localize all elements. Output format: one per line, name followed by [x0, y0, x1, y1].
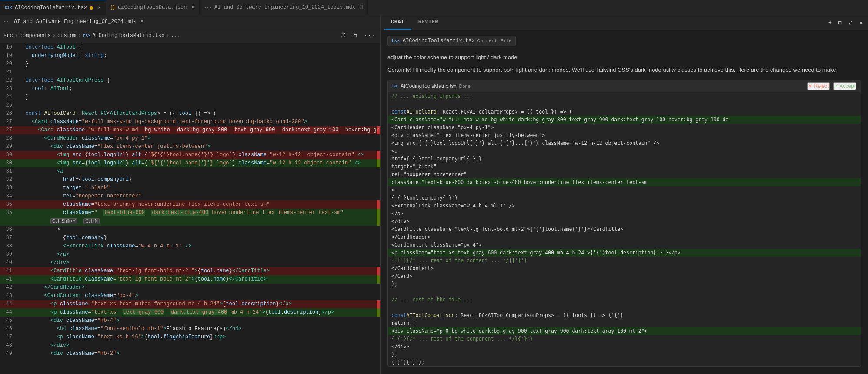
diff-line-comparison-div: <div className="p-0 bg-white dark:bg-gra… [388, 327, 861, 335]
code-line-21: 21 [0, 68, 380, 77]
code-line-43: 43 <CardContent className="px-4"> [0, 292, 380, 300]
code-line-23: 23 tool: AITool; [0, 85, 380, 93]
chat-header-icons: + ⊟ ⤢ ✕ [827, 18, 865, 27]
code-area[interactable]: 10 interface AITool { 19 underlyingModel… [0, 43, 380, 374]
history-icon[interactable]: ⏱ [338, 31, 348, 40]
editor-toolbar: src › components › custom › tsx AICoding… [0, 28, 380, 43]
user-message: adjust the color scheme to support light… [387, 54, 861, 60]
chat-diff-file-icon: tsx [392, 83, 398, 88]
chat-diff-code: // ... existing imports ... const AITool… [388, 92, 861, 366]
diff-line-return: return ( [388, 319, 861, 327]
breadcrumb-ellipsis: ... [171, 33, 180, 39]
code-line-22: 22 interface AIToolCardProps { [0, 77, 380, 85]
tab-mdx-label: AI and Software Engineering_10_2024_tool… [214, 4, 355, 10]
file-reference: tsx AICodingToolsMatrix.tsx Current File [387, 36, 516, 46]
code-line-24: 24 } [0, 93, 380, 101]
tab-json-close[interactable]: × [191, 4, 195, 11]
breadcrumb-custom: custom [57, 33, 76, 39]
diff-line-empty1 [388, 100, 861, 108]
minimize-icon[interactable]: ⊟ [836, 18, 843, 27]
tab-aicoding-json[interactable]: {} aiCodingToolsData.json × [106, 0, 200, 15]
toolbar-icons: ⏱ ⊟ ··· [338, 31, 377, 40]
diff-line-close-return: ); [388, 351, 861, 358]
code-line-30-deleted: 30 <img src={tool.logoUrl} alt={`${'{'}t… [0, 151, 380, 159]
diff-line-p: <p className="text-xs text-gray-600 dark… [388, 249, 861, 257]
diff-line-close-div2: </div> [388, 343, 861, 351]
code-line-33: 33 target="_blank" [0, 184, 380, 192]
split-icon[interactable]: ⊟ [351, 31, 358, 40]
chat-tab-chat[interactable]: CHAT [384, 16, 411, 30]
diff-line-card: <Card className="w-full max-w-md bg-whit… [388, 116, 861, 124]
tab-mdx-close[interactable]: × [360, 4, 363, 11]
editor-area: ··· AI and Software Engineering_08_2024.… [0, 15, 381, 374]
add-chat-icon[interactable]: + [827, 18, 834, 27]
diff-line-close-cardheader: </CardHeader> [388, 233, 861, 241]
code-line-31: 31 <a [0, 167, 380, 176]
diff-line-close-cardcontent: </CardContent> [388, 264, 861, 272]
ai-message: Certainly! I'll modify the component to … [387, 66, 861, 75]
code-line-10: 10 interface AITool { [0, 43, 380, 52]
code-line-26: 26 const AIToolCard: React.FC<AIToolCard… [0, 110, 380, 118]
code-line-27-normal: 27 <Card className="w-full max-w-md bg-b… [0, 118, 380, 126]
more-icon[interactable]: ··· [362, 31, 377, 40]
diff-line-rel: rel="noopener noreferrer" [388, 170, 861, 178]
diff-line-close-paren: ); [388, 280, 861, 288]
code-line-19: 19 underlyingModel: string; [0, 52, 380, 60]
breadcrumb-components: components [20, 33, 51, 39]
code-line-39: 39 </a> [0, 250, 380, 259]
secondary-tab-icon: ··· [3, 19, 11, 24]
diff-line-extlink: <ExternalLink className="w-4 h-4 ml-1" /… [388, 202, 861, 210]
code-line-29: 29 <div className="flex items-center jus… [0, 143, 380, 151]
diff-line-empty2 [388, 288, 861, 296]
chat-diff-file-label: AICodingToolsMatrix.tsx [401, 83, 457, 89]
code-line-44-added: 44 <p className="text-xs text-gray-600 d… [0, 308, 380, 317]
code-line-48: 48 </div> [0, 341, 380, 350]
diff-line-classname-a: className="text-blue-600 dark:text-blue-… [388, 178, 861, 186]
diff-line-close-card: </Card> [388, 272, 861, 280]
diff-line-comment4: {'{'}{/* ... rest of the component ... *… [388, 335, 861, 343]
tab-json-label: aiCodingToolsData.json [118, 4, 187, 10]
accept-button[interactable]: ✓ Accept [833, 82, 856, 90]
diff-line-target: target="_blank" [388, 163, 861, 170]
code-line-35-added: 35 className=" text-blue-600 dark:text-b… [0, 209, 380, 226]
chat-tab-review[interactable]: REVIEW [411, 16, 445, 30]
chat-diff-status: Done [459, 83, 471, 89]
diff-line-close-brace: {'}'}{'}'}; [388, 358, 861, 366]
chat-diff-filename: tsx AICodingToolsMatrix.tsx Done [392, 83, 471, 89]
main-container: ··· AI and Software Engineering_08_2024.… [0, 15, 868, 374]
expand-icon[interactable]: ⤢ [846, 18, 855, 27]
diff-line-href: href={'{'}tool.companyUrl{'}'} [388, 155, 861, 163]
diff-line-empty3 [388, 304, 861, 311]
diff-line-const: const AIToolCard: React.FC<AIToolCardPro… [388, 108, 861, 116]
code-line-49: 49 <div className="mb-2"> [0, 350, 380, 358]
chat-panel-header: CHAT REVIEW + ⊟ ⤢ ✕ [381, 15, 868, 30]
chat-body[interactable]: tsx AICodingToolsMatrix.tsx Current File… [381, 30, 868, 374]
code-line-47: 47 <p className="text-xs h-16">{tool.fla… [0, 333, 380, 341]
diff-line-img: <img src={'{'}tool.logoUrl{'}'} alt={'{'… [388, 139, 861, 147]
tab-tsx-close[interactable]: × [97, 4, 101, 11]
close-chat-icon[interactable]: ✕ [858, 18, 865, 27]
secondary-tab-label: AI and Software Engineering_08_2024.mdx [14, 19, 136, 25]
secondary-tab-close[interactable]: × [140, 19, 144, 25]
code-line-35-deleted: 35 className="text-primary hover:underli… [0, 200, 380, 209]
code-line-37: 37 {tool.company} [0, 234, 380, 242]
reject-button[interactable]: ✕ Reject [807, 82, 829, 90]
chat-panel: CHAT REVIEW + ⊟ ⤢ ✕ tsx AICodingToolsMat… [381, 15, 868, 374]
code-line-20: 20 } [0, 60, 380, 68]
tab-aicoding-mdx[interactable]: ··· AI and Software Engineering_10_2024_… [200, 0, 368, 15]
tab-aicoding-tsx[interactable]: tsx AICodingToolsMatrix.tsx × [0, 0, 106, 15]
chat-diff-actions: ✕ Reject ✓ Accept [807, 82, 856, 90]
secondary-tab-bar: ··· AI and Software Engineering_08_2024.… [0, 15, 380, 28]
code-line-27-deleted: 27 <Card className="w-full max-w-md bg-w… [0, 126, 380, 134]
diff-line-close-a: </a> [388, 210, 861, 217]
diff-line-comparison: const AIToolComparison: React.FC<AIToolC… [388, 311, 861, 319]
diff-line-gt: > [388, 186, 861, 194]
code-line-34: 34 rel="noopener noreferrer" [0, 192, 380, 200]
code-line-36: 36 > [0, 226, 380, 234]
code-line-44-deleted: 44 <p className="text-xs text-muted-fore… [0, 300, 380, 308]
tab-tsx-icon: tsx [4, 5, 12, 10]
diff-line-close-div: </div> [388, 217, 861, 225]
code-line-41-added: 41 <CardTitle className="text-lg font-bo… [0, 275, 380, 284]
diff-line-div: <div className="flex items-center justif… [388, 131, 861, 139]
chat-diff-header: tsx AICodingToolsMatrix.tsx Done ✕ Rejec… [388, 80, 861, 92]
